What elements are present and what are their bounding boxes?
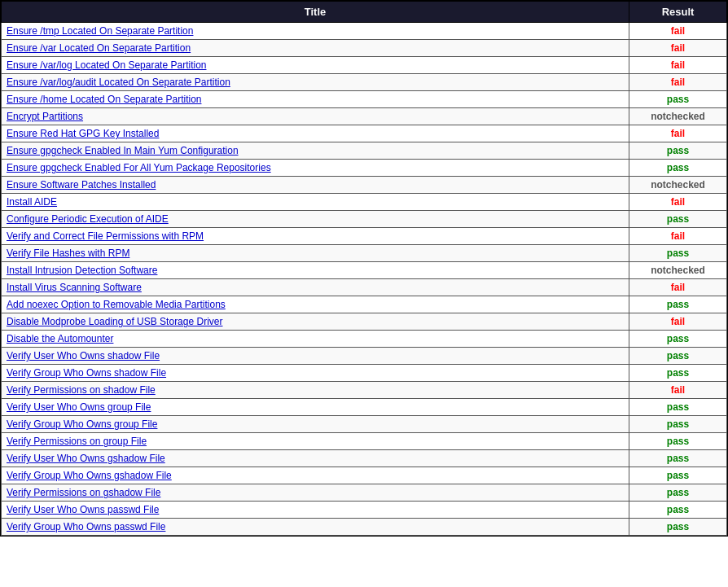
title-column-header: Title — [2, 2, 629, 23]
table-row: Verify User Who Owns shadow Filepass — [2, 348, 727, 365]
row-result: notchecked — [629, 108, 727, 125]
table-row: Ensure /home Located On Separate Partiti… — [2, 91, 727, 108]
row-result: fail — [629, 23, 727, 40]
row-title[interactable]: Ensure Software Patches Installed — [2, 177, 629, 194]
row-result: pass — [629, 519, 727, 536]
results-table: Title Result Ensure /tmp Located On Sepa… — [1, 1, 727, 536]
row-title[interactable]: Ensure Red Hat GPG Key Installed — [2, 125, 629, 142]
row-title[interactable]: Disable the Automounter — [2, 331, 629, 348]
row-result: fail — [629, 313, 727, 331]
row-result: pass — [629, 484, 727, 502]
row-result: pass — [629, 399, 727, 416]
table-row: Verify User Who Owns group Filepass — [2, 399, 727, 416]
table-row: Verify File Hashes with RPMpass — [2, 245, 727, 262]
row-title[interactable]: Ensure /home Located On Separate Partiti… — [2, 91, 629, 108]
table-row: Ensure Software Patches Installednotchec… — [2, 177, 727, 194]
row-title[interactable]: Add noexec Option to Removable Media Par… — [2, 296, 629, 313]
row-title[interactable]: Configure Periodic Execution of AIDE — [2, 211, 629, 228]
table-body: Ensure /tmp Located On Separate Partitio… — [2, 23, 727, 536]
row-title[interactable]: Ensure /var Located On Separate Partitio… — [2, 40, 629, 57]
row-title[interactable]: Ensure /var/log Located On Separate Part… — [2, 57, 629, 74]
table-row: Verify and Correct File Permissions with… — [2, 228, 727, 245]
row-title[interactable]: Encrypt Partitions — [2, 108, 629, 125]
row-result: notchecked — [629, 177, 727, 194]
row-title[interactable]: Verify Group Who Owns passwd File — [2, 519, 629, 536]
row-result: fail — [629, 194, 727, 211]
row-title[interactable]: Verify User Who Owns gshadow File — [2, 450, 629, 467]
table-row: Add noexec Option to Removable Media Par… — [2, 296, 727, 313]
row-title[interactable]: Install Intrusion Detection Software — [2, 262, 629, 279]
table-row: Ensure /var/log Located On Separate Part… — [2, 57, 727, 74]
table-header-row: Title Result — [2, 2, 727, 23]
row-title[interactable]: Verify User Who Owns shadow File — [2, 348, 629, 365]
row-result: pass — [629, 91, 727, 108]
row-result: pass — [629, 296, 727, 313]
row-title[interactable]: Verify Permissions on gshadow File — [2, 484, 629, 502]
row-result: fail — [629, 279, 727, 296]
table-row: Install AIDEfail — [2, 194, 727, 211]
row-title[interactable]: Verify User Who Owns group File — [2, 399, 629, 416]
table-row: Verify User Who Owns passwd Filepass — [2, 502, 727, 519]
row-title[interactable]: Disable Modprobe Loading of USB Storage … — [2, 313, 629, 331]
table-row: Ensure /var Located On Separate Partitio… — [2, 40, 727, 57]
row-result: fail — [629, 382, 727, 399]
row-title[interactable]: Verify Group Who Owns gshadow File — [2, 467, 629, 484]
row-result: pass — [629, 502, 727, 519]
row-result: pass — [629, 467, 727, 484]
table-row: Verify User Who Owns gshadow Filepass — [2, 450, 727, 467]
row-title[interactable]: Verify Permissions on shadow File — [2, 382, 629, 399]
table-row: Configure Periodic Execution of AIDEpass — [2, 211, 727, 228]
table-row: Disable the Automounterpass — [2, 331, 727, 348]
row-result: pass — [629, 160, 727, 177]
row-result: fail — [629, 74, 727, 91]
row-title[interactable]: Verify Group Who Owns shadow File — [2, 365, 629, 382]
row-result: pass — [629, 433, 727, 450]
table-row: Verify Permissions on group Filepass — [2, 433, 727, 450]
row-title[interactable]: Ensure /tmp Located On Separate Partitio… — [2, 23, 629, 40]
row-result: fail — [629, 40, 727, 57]
row-result: pass — [629, 211, 727, 228]
table-row: Disable Modprobe Loading of USB Storage … — [2, 313, 727, 331]
table-row: Verify Permissions on gshadow Filepass — [2, 484, 727, 502]
row-title[interactable]: Ensure /var/log/audit Located On Separat… — [2, 74, 629, 91]
row-result: fail — [629, 228, 727, 245]
row-title[interactable]: Verify User Who Owns passwd File — [2, 502, 629, 519]
row-title[interactable]: Verify Group Who Owns group File — [2, 416, 629, 433]
table-row: Install Intrusion Detection Softwarenotc… — [2, 262, 727, 279]
row-result: pass — [629, 245, 727, 262]
table-row: Verify Group Who Owns passwd Filepass — [2, 519, 727, 536]
row-result: notchecked — [629, 262, 727, 279]
row-title[interactable]: Ensure gpgcheck Enabled In Main Yum Conf… — [2, 142, 629, 160]
row-result: fail — [629, 57, 727, 74]
row-result: pass — [629, 365, 727, 382]
table-row: Ensure /tmp Located On Separate Partitio… — [2, 23, 727, 40]
table-row: Ensure gpgcheck Enabled For All Yum Pack… — [2, 160, 727, 177]
row-title[interactable]: Ensure gpgcheck Enabled For All Yum Pack… — [2, 160, 629, 177]
result-column-header: Result — [629, 2, 727, 23]
row-result: pass — [629, 142, 727, 160]
row-title[interactable]: Verify Permissions on group File — [2, 433, 629, 450]
row-title[interactable]: Install AIDE — [2, 194, 629, 211]
row-result: pass — [629, 348, 727, 365]
table-row: Verify Group Who Owns shadow Filepass — [2, 365, 727, 382]
table-row: Install Virus Scanning Softwarefail — [2, 279, 727, 296]
row-result: fail — [629, 125, 727, 142]
table-row: Encrypt Partitionsnotchecked — [2, 108, 727, 125]
table-row: Ensure /var/log/audit Located On Separat… — [2, 74, 727, 91]
table-row: Verify Group Who Owns group Filepass — [2, 416, 727, 433]
results-table-container: Title Result Ensure /tmp Located On Sepa… — [0, 0, 728, 537]
row-title[interactable]: Verify File Hashes with RPM — [2, 245, 629, 262]
row-title[interactable]: Install Virus Scanning Software — [2, 279, 629, 296]
table-row: Verify Group Who Owns gshadow Filepass — [2, 467, 727, 484]
table-row: Ensure gpgcheck Enabled In Main Yum Conf… — [2, 142, 727, 160]
table-row: Verify Permissions on shadow Filefail — [2, 382, 727, 399]
row-result: pass — [629, 416, 727, 433]
table-row: Ensure Red Hat GPG Key Installedfail — [2, 125, 727, 142]
row-result: pass — [629, 331, 727, 348]
row-result: pass — [629, 450, 727, 467]
row-title[interactable]: Verify and Correct File Permissions with… — [2, 228, 629, 245]
